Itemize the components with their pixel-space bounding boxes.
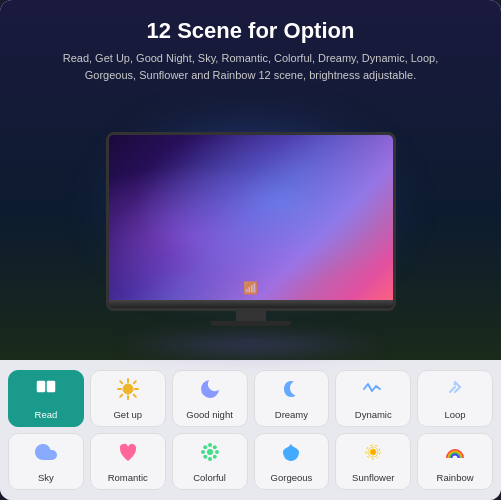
tv-foot: [211, 321, 291, 326]
rainbow-icon: [443, 440, 467, 468]
svg-point-17: [203, 445, 207, 449]
scene-item-sunflower[interactable]: Sunflower: [335, 433, 411, 490]
svg-rect-1: [47, 381, 55, 392]
scene-item-loop[interactable]: Loop: [417, 370, 493, 427]
svg-point-2: [123, 384, 133, 394]
subtitle-text: Read, Get Up, Good Night, Sky, Romantic,…: [61, 50, 441, 83]
get-up-icon: [116, 377, 140, 405]
good-night-icon: [198, 377, 222, 405]
gorgeous-label: Gorgeous: [271, 472, 313, 483]
romantic-label: Romantic: [108, 472, 148, 483]
read-icon: [34, 377, 58, 405]
dreamy-label: Dreamy: [275, 409, 308, 420]
top-section: 12 Scene for Option Read, Get Up, Good N…: [0, 0, 501, 360]
scene-item-gorgeous[interactable]: Gorgeous: [254, 433, 330, 490]
scene-item-dreamy[interactable]: Dreamy: [254, 370, 330, 427]
svg-line-9: [120, 395, 122, 397]
scene-grid: ReadGet upGood nightDreamyDynamicLoopSky…: [0, 360, 501, 500]
tv-stand: [236, 311, 266, 321]
dynamic-label: Dynamic: [355, 409, 392, 420]
scene-item-get-up[interactable]: Get up: [90, 370, 166, 427]
good-night-label: Good night: [186, 409, 232, 420]
main-title: 12 Scene for Option: [147, 18, 355, 44]
scene-item-dynamic[interactable]: Dynamic: [335, 370, 411, 427]
get-up-label: Get up: [113, 409, 142, 420]
wifi-icon: 📶: [243, 281, 258, 295]
colorful-label: Colorful: [193, 472, 226, 483]
app-container: 12 Scene for Option Read, Get Up, Good N…: [0, 0, 501, 500]
sky-icon: [34, 440, 58, 468]
svg-line-7: [120, 381, 122, 383]
sunflower-icon: [361, 440, 385, 468]
svg-point-18: [212, 455, 216, 459]
scene-item-colorful[interactable]: Colorful: [172, 433, 248, 490]
tv-stand-base: [109, 300, 393, 308]
svg-point-16: [215, 450, 219, 454]
loop-icon: [443, 377, 467, 405]
gorgeous-icon: [279, 440, 303, 468]
svg-point-15: [201, 450, 205, 454]
scene-item-sky[interactable]: Sky: [8, 433, 84, 490]
svg-point-20: [212, 445, 216, 449]
floor-glow: [111, 330, 391, 360]
svg-point-12: [207, 449, 213, 455]
svg-line-10: [133, 381, 135, 383]
romantic-icon: [116, 440, 140, 468]
dreamy-icon: [279, 377, 303, 405]
svg-point-19: [203, 455, 207, 459]
colorful-icon: [198, 440, 222, 468]
scene-item-read[interactable]: Read: [8, 370, 84, 427]
svg-point-14: [208, 457, 212, 461]
sunflower-label: Sunflower: [352, 472, 394, 483]
tv-wrapper: 📶: [106, 97, 396, 360]
scene-item-rainbow[interactable]: Rainbow: [417, 433, 493, 490]
svg-rect-0: [37, 381, 45, 392]
svg-point-21: [370, 449, 376, 455]
svg-point-11: [454, 383, 457, 386]
scene-item-romantic[interactable]: Romantic: [90, 433, 166, 490]
scene-item-good-night[interactable]: Good night: [172, 370, 248, 427]
tv-screen: 📶: [109, 135, 393, 300]
svg-line-8: [133, 395, 135, 397]
tv: 📶: [106, 132, 396, 311]
loop-label: Loop: [445, 409, 466, 420]
dynamic-icon: [361, 377, 385, 405]
svg-point-13: [208, 443, 212, 447]
read-label: Read: [35, 409, 58, 420]
sky-label: Sky: [38, 472, 54, 483]
rainbow-label: Rainbow: [437, 472, 474, 483]
